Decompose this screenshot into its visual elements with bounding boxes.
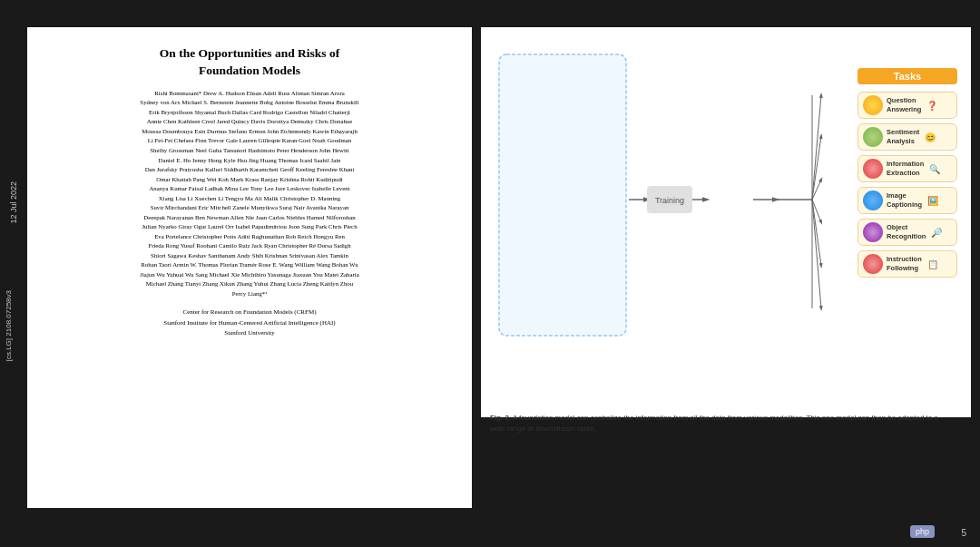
qa-icon [863,95,883,115]
affiliation: Center for Research on Foundation Models… [54,308,445,338]
paper-title: On the Opportunities and Risks of Founda… [54,45,445,80]
page-number: 5 [961,528,966,538]
sentiment-icon [863,127,883,147]
svg-line-14 [812,136,821,200]
caption-text: A foundation model can centralize the in… [490,414,938,433]
paper-content: On the Opportunities and Risks of Founda… [27,27,472,508]
caption-bold: Fig. 2. [490,414,511,422]
task-object-recognition: ObjectRecognition 🔎 [858,219,957,246]
object-icon [863,222,883,242]
captioning-label: ImageCaptioning [887,191,922,210]
tasks-title: Tasks [858,68,957,84]
tasks-panel: Tasks QuestionAnswering ❓ SentimentAnaly… [858,68,957,282]
qa-label: QuestionAnswering [887,96,921,114]
svg-line-17 [812,200,821,266]
svg-line-16 [812,200,821,222]
info-label: InformationExtraction [887,160,924,178]
arxiv-id: [cs.LG] 2108.07258v3 [5,290,13,361]
captioning-icon [863,190,883,210]
svg-line-18 [812,200,821,308]
instruction-label: InstructionFollowing [887,255,922,273]
sentiment-label: SentimentAnalysis [887,128,919,146]
figure-caption: Fig. 2. A foundation model can centraliz… [481,413,962,435]
svg-rect-8 [647,186,692,213]
authors-list: Rishi Bommasani* Drew A. Hudson Ehsan Ad… [54,89,445,299]
task-image-captioning: ImageCaptioning 🖼️ [858,187,957,214]
svg-text:Training: Training [655,196,684,205]
instruction-icon [863,254,883,274]
svg-line-13 [812,95,821,200]
info-icon [863,159,883,179]
figure-container: Data 📄 Text 🖼️ Images 〰️ Speech 📊 Struct… [481,27,971,417]
object-label: ObjectRecognition [887,223,926,241]
task-sentiment: SentimentAnalysis 😊 [858,123,957,151]
php-badge: php [910,525,935,538]
svg-rect-6 [499,54,626,336]
task-instruction-following: InstructionFollowing 📋 [858,250,957,278]
date-stamp: 12 Jul 2022 [9,181,18,224]
task-info-extraction: InformationExtraction 🔍 [858,155,957,182]
svg-line-15 [812,180,821,200]
task-question-answering: QuestionAnswering ❓ [858,92,957,119]
